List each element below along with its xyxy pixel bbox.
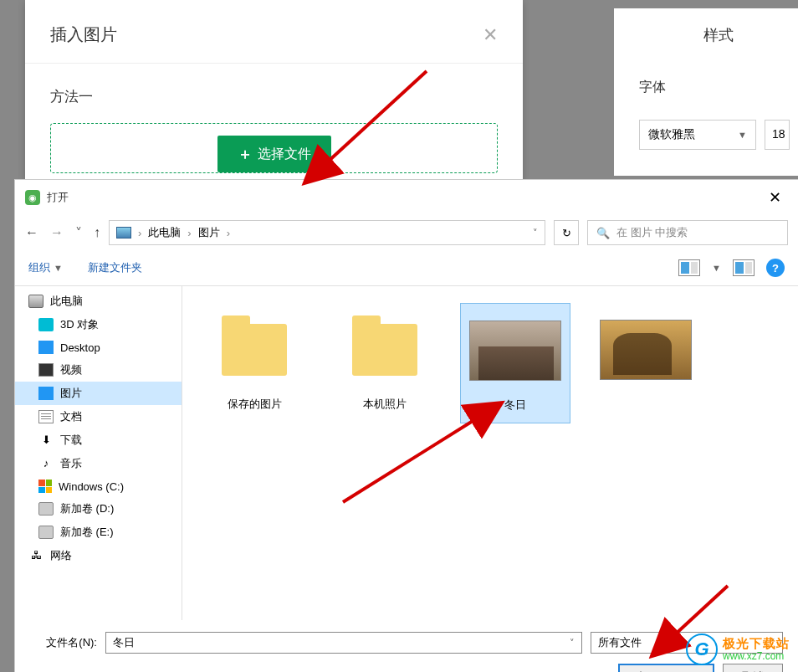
view-mode-icon[interactable]: [678, 259, 700, 276]
select-file-area[interactable]: ＋ 选择文件: [50, 123, 498, 173]
3d-icon: [38, 318, 54, 331]
folder-icon: [352, 324, 417, 376]
watermark-cn: 极光下载站: [723, 637, 790, 651]
toolbar: 组织▼ 新建文件夹 ▼ ?: [15, 250, 798, 285]
tree-item-label: 视频: [60, 362, 82, 377]
filename-input[interactable]: 冬日˅: [105, 632, 582, 654]
tree-item-label: 此电脑: [50, 294, 83, 309]
file-list[interactable]: 保存的图片本机照片冬日: [182, 286, 798, 620]
new-folder-button[interactable]: 新建文件夹: [88, 260, 142, 275]
image-thumbnail: [469, 321, 561, 381]
net-icon: 🖧: [28, 549, 43, 562]
tree-item-Windows (C:)[interactable]: Windows (C:): [15, 475, 182, 497]
image-thumbnail: [600, 320, 692, 380]
tree-item-label: 文档: [60, 409, 82, 424]
tree-item-Desktop[interactable]: Desktop: [15, 336, 182, 358]
tree-item-新加卷 (D:)[interactable]: 新加卷 (D:): [15, 497, 182, 521]
chevron-down-icon[interactable]: ˅: [533, 228, 538, 239]
tree-item-网络[interactable]: 🖧网络: [15, 544, 182, 567]
plus-icon: ＋: [238, 144, 253, 164]
preview-pane-icon[interactable]: [733, 259, 755, 276]
file-item[interactable]: [591, 303, 701, 423]
tree-item-label: 网络: [50, 548, 72, 563]
tree-item-新加卷 (E:)[interactable]: 新加卷 (E:): [15, 521, 182, 544]
tree-item-label: Desktop: [60, 341, 100, 354]
tree-item-label: 新加卷 (E:): [60, 525, 114, 540]
tree-item-文档[interactable]: 文档: [15, 405, 182, 428]
tree-item-label: Windows (C:): [59, 480, 124, 493]
chevron-down-icon[interactable]: ▼: [712, 263, 721, 273]
organize-button[interactable]: 组织▼: [28, 260, 63, 275]
video-icon: [38, 363, 54, 377]
search-icon: 🔍: [596, 227, 610, 239]
font-row: 微软雅黑▼ 18: [639, 120, 798, 150]
windows-icon: [38, 480, 52, 493]
dialog-title: 打开: [47, 190, 69, 205]
insert-image-modal: 插入图片 ✕ 方法一 ＋ 选择文件: [25, 0, 523, 184]
nav-back-icon[interactable]: ←: [25, 225, 38, 240]
folder-tree[interactable]: 此电脑3D 对象Desktop视频图片文档⬇下载♪音乐Windows (C:)新…: [15, 286, 182, 620]
tree-item-label: 音乐: [60, 456, 82, 471]
file-open-dialog: ◉ 打开 ✕ ← → ˅ ↑ › 此电脑 › 图片 › ˅ ↻ 🔍 在 图片 中…: [15, 180, 798, 672]
dialog-body: 此电脑3D 对象Desktop视频图片文档⬇下载♪音乐Windows (C:)新…: [15, 285, 798, 620]
modal-title: 插入图片: [50, 23, 117, 46]
nav-forward-icon[interactable]: →: [50, 225, 64, 240]
path-root[interactable]: 此电脑: [148, 225, 181, 240]
app-icon: ◉: [25, 190, 40, 205]
download-icon: ⬇: [38, 433, 54, 447]
tree-item-图片[interactable]: 图片: [15, 382, 182, 405]
select-file-label: 选择文件: [258, 146, 311, 163]
file-label: 本机照片: [363, 397, 407, 412]
file-item[interactable]: 冬日: [460, 303, 570, 423]
tree-item-label: 3D 对象: [60, 317, 99, 332]
refresh-button[interactable]: ↻: [554, 220, 579, 245]
pc-icon: [28, 295, 43, 308]
nav-bar: ← → ˅ ↑ › 此电脑 › 图片 › ˅ ↻ 🔍 在 图片 中搜索: [15, 215, 798, 250]
filename-label: 文件名(N):: [30, 635, 97, 650]
style-panel: 样式 字体 微软雅黑▼ 18: [614, 8, 798, 176]
help-icon[interactable]: ?: [766, 259, 785, 277]
file-item[interactable]: 保存的图片: [199, 303, 309, 423]
file-label: 保存的图片: [228, 397, 282, 412]
file-item[interactable]: 本机照片: [330, 303, 440, 423]
dialog-footer: 文件名(N): 冬日˅ 所有文件˅ 打开(O)▼ 取消: [15, 620, 798, 672]
nav-up-icon[interactable]: ↑: [94, 225, 100, 240]
tree-item-视频[interactable]: 视频: [15, 358, 182, 382]
chevron-down-icon: ▼: [54, 263, 63, 273]
dialog-close-icon[interactable]: ✕: [762, 187, 788, 208]
watermark: G 极光下载站 www.xz7.com: [686, 634, 790, 665]
chevron-down-icon[interactable]: ˅: [570, 638, 575, 649]
desktop-icon: [38, 341, 54, 354]
tree-item-音乐[interactable]: ♪音乐: [15, 452, 182, 475]
path-folder[interactable]: 图片: [198, 225, 220, 240]
font-family-select[interactable]: 微软雅黑▼: [639, 120, 756, 150]
docs-icon: [38, 410, 54, 423]
style-panel-title: 样式: [639, 25, 798, 45]
font-size-select[interactable]: 18: [765, 120, 790, 150]
search-placeholder: 在 图片 中搜索: [616, 225, 688, 240]
pics-icon: [38, 387, 54, 400]
drive-icon: [38, 526, 54, 539]
chevron-down-icon: ▼: [738, 130, 747, 140]
close-icon[interactable]: ✕: [483, 24, 498, 46]
path-sep-icon: ›: [138, 227, 141, 239]
tree-item-下载[interactable]: ⬇下载: [15, 428, 182, 452]
tree-item-此电脑[interactable]: 此电脑: [15, 290, 182, 313]
tree-item-3D 对象[interactable]: 3D 对象: [15, 313, 182, 336]
tree-item-label: 图片: [60, 386, 82, 401]
nav-recent-icon[interactable]: ˅: [75, 225, 82, 241]
path-bar[interactable]: › 此电脑 › 图片 › ˅: [109, 220, 545, 245]
search-input[interactable]: 🔍 在 图片 中搜索: [587, 220, 788, 245]
music-icon: ♪: [38, 457, 54, 470]
dialog-titlebar: ◉ 打开 ✕: [15, 180, 798, 215]
file-label: [630, 397, 662, 412]
modal-header: 插入图片 ✕: [25, 0, 523, 64]
watermark-logo: G: [686, 634, 718, 665]
modal-body: 方法一 ＋ 选择文件: [25, 64, 523, 197]
tree-item-label: 下载: [60, 433, 82, 448]
tree-item-label: 新加卷 (D:): [60, 501, 114, 516]
path-sep-icon: ›: [227, 227, 230, 239]
select-file-button[interactable]: ＋ 选择文件: [217, 136, 331, 172]
nav-arrows: ← → ˅ ↑: [25, 225, 100, 241]
file-label: 冬日: [504, 398, 526, 413]
